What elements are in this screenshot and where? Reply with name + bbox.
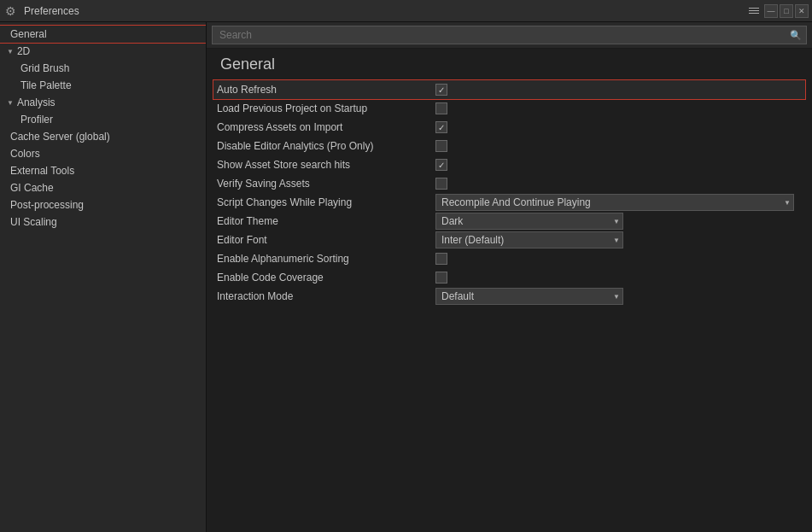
dropdown-interaction-mode[interactable]: DefaultDirect Manipulation — [435, 288, 623, 305]
title-bar-title: Preferences — [24, 5, 79, 17]
sidebar-item-label: Grid Brush — [20, 62, 69, 74]
setting-control-interaction-mode: DefaultDirect Manipulation▼ — [435, 288, 805, 305]
setting-row-auto-refresh: Auto Refresh — [213, 80, 805, 99]
setting-label-enable-code-coverage: Enable Code Coverage — [213, 272, 435, 284]
setting-control-editor-font: Inter (Default)ArialConsolas▼ — [435, 231, 805, 248]
sidebar-item-external-tools[interactable]: External Tools — [0, 162, 206, 179]
search-area: 🔍 — [207, 22, 812, 49]
setting-control-show-asset-store — [435, 159, 805, 171]
page-title: General — [213, 49, 805, 80]
sidebar-item-gi-cache[interactable]: GI Cache — [0, 179, 206, 196]
setting-row-script-changes: Script Changes While PlayingRecompile An… — [213, 193, 805, 212]
dropdown-wrap-editor-theme: DarkLightPersonalProfessional▼ — [435, 213, 623, 230]
setting-label-load-previous-project: Load Previous Project on Startup — [213, 102, 435, 114]
sidebar-item-tile-palette[interactable]: Tile Palette — [0, 77, 206, 94]
setting-label-enable-alphanumeric-sorting: Enable Alphanumeric Sorting — [213, 253, 435, 265]
setting-control-script-changes: Recompile And Continue PlayingRecompile … — [435, 194, 805, 211]
window-controls: — □ ✕ — [747, 4, 809, 18]
sidebar-item-label: Profiler — [20, 114, 53, 126]
right-panel: 🔍 General Auto RefreshLoad Previous Proj… — [207, 22, 812, 532]
sidebar-item-2d[interactable]: ▼2D — [0, 43, 206, 60]
checkbox-enable-code-coverage[interactable] — [435, 272, 447, 284]
setting-row-interaction-mode: Interaction ModeDefaultDirect Manipulati… — [213, 287, 805, 306]
sidebar-item-analysis[interactable]: ▼Analysis — [0, 94, 206, 111]
checkbox-disable-editor-analytics[interactable] — [435, 140, 447, 152]
setting-control-auto-refresh — [435, 84, 805, 96]
setting-label-disable-editor-analytics: Disable Editor Analytics (Pro Only) — [213, 140, 435, 152]
setting-row-disable-editor-analytics: Disable Editor Analytics (Pro Only) — [213, 137, 805, 155]
setting-row-enable-alphanumeric-sorting: Enable Alphanumeric Sorting — [213, 249, 805, 268]
dropdown-wrap-interaction-mode: DefaultDirect Manipulation▼ — [435, 288, 623, 305]
setting-label-interaction-mode: Interaction Mode — [213, 290, 435, 302]
sidebar-item-general[interactable]: General — [0, 26, 206, 43]
setting-control-editor-theme: DarkLightPersonalProfessional▼ — [435, 213, 805, 230]
checkbox-compress-assets[interactable] — [435, 121, 447, 133]
sidebar-item-post-processing[interactable]: Post-processing — [0, 196, 206, 213]
maximize-button[interactable]: □ — [780, 4, 793, 18]
search-icon: 🔍 — [790, 30, 802, 41]
main-container: General▼2DGrid BrushTile Palette▼Analysi… — [0, 22, 812, 532]
sidebar-item-label: Colors — [10, 148, 40, 160]
sidebar-item-label: Cache Server (global) — [10, 131, 110, 143]
dropdown-editor-font[interactable]: Inter (Default)ArialConsolas — [435, 231, 623, 248]
dropdown-wrap-editor-font: Inter (Default)ArialConsolas▼ — [435, 231, 623, 248]
sidebar-item-label: 2D — [17, 45, 30, 57]
dropdown-editor-theme[interactable]: DarkLightPersonalProfessional — [435, 213, 623, 230]
sidebar-item-label: UI Scaling — [10, 216, 57, 228]
sidebar-item-colors[interactable]: Colors — [0, 145, 206, 162]
setting-label-editor-theme: Editor Theme — [213, 215, 435, 227]
sidebar-item-profiler[interactable]: Profiler — [0, 111, 206, 128]
dropdown-script-changes[interactable]: Recompile And Continue PlayingRecompile … — [435, 194, 794, 211]
sidebar-item-cache-server[interactable]: Cache Server (global) — [0, 128, 206, 145]
sidebar-item-label: Analysis — [17, 96, 55, 108]
checkbox-verify-saving-assets[interactable] — [435, 178, 447, 190]
expand-arrow-icon: ▼ — [7, 48, 14, 56]
setting-label-auto-refresh: Auto Refresh — [213, 84, 435, 96]
setting-control-disable-editor-analytics — [435, 140, 805, 152]
search-wrap: 🔍 — [212, 26, 807, 44]
sidebar-item-label: General — [10, 28, 47, 40]
setting-row-editor-font: Editor FontInter (Default)ArialConsolas▼ — [213, 231, 805, 249]
sidebar-item-label: Post-processing — [10, 199, 84, 211]
menu-button[interactable] — [747, 4, 761, 18]
checkbox-enable-alphanumeric-sorting[interactable] — [435, 253, 447, 265]
sidebar-item-label: GI Cache — [10, 182, 54, 194]
search-input[interactable] — [212, 26, 807, 44]
minimize-button[interactable]: — — [764, 4, 778, 18]
setting-control-load-previous-project — [435, 102, 805, 114]
checkbox-show-asset-store[interactable] — [435, 159, 447, 171]
setting-control-verify-saving-assets — [435, 178, 805, 190]
setting-label-verify-saving-assets: Verify Saving Assets — [213, 178, 435, 190]
setting-control-compress-assets — [435, 121, 805, 133]
sidebar-item-label: Tile Palette — [20, 79, 72, 91]
setting-control-enable-alphanumeric-sorting — [435, 253, 805, 265]
setting-row-verify-saving-assets: Verify Saving Assets — [213, 174, 805, 193]
expand-arrow-icon: ▼ — [7, 99, 14, 107]
content-scroll: General Auto RefreshLoad Previous Projec… — [207, 49, 812, 532]
title-bar: ⚙ Preferences — □ ✕ — [0, 0, 812, 22]
preferences-icon: ⚙ — [5, 4, 19, 18]
setting-control-enable-code-coverage — [435, 272, 805, 284]
sidebar-item-label: External Tools — [10, 165, 74, 177]
setting-label-script-changes: Script Changes While Playing — [213, 196, 435, 208]
close-button[interactable]: ✕ — [795, 4, 809, 18]
checkbox-load-previous-project[interactable] — [435, 102, 447, 114]
setting-row-compress-assets: Compress Assets on Import — [213, 118, 805, 137]
setting-row-show-asset-store: Show Asset Store search hits — [213, 155, 805, 174]
setting-label-compress-assets: Compress Assets on Import — [213, 121, 435, 133]
setting-row-enable-code-coverage: Enable Code Coverage — [213, 268, 805, 287]
dropdown-wrap-script-changes: Recompile And Continue PlayingRecompile … — [435, 194, 794, 211]
sidebar-item-grid-brush[interactable]: Grid Brush — [0, 60, 206, 77]
settings-table: Auto RefreshLoad Previous Project on Sta… — [213, 80, 805, 306]
setting-label-editor-font: Editor Font — [213, 234, 435, 246]
setting-label-show-asset-store: Show Asset Store search hits — [213, 159, 435, 171]
sidebar: General▼2DGrid BrushTile Palette▼Analysi… — [0, 22, 207, 532]
sidebar-item-ui-scaling[interactable]: UI Scaling — [0, 213, 206, 231]
setting-row-load-previous-project: Load Previous Project on Startup — [213, 99, 805, 118]
setting-row-editor-theme: Editor ThemeDarkLightPersonalProfessiona… — [213, 212, 805, 231]
checkbox-auto-refresh[interactable] — [435, 84, 447, 96]
